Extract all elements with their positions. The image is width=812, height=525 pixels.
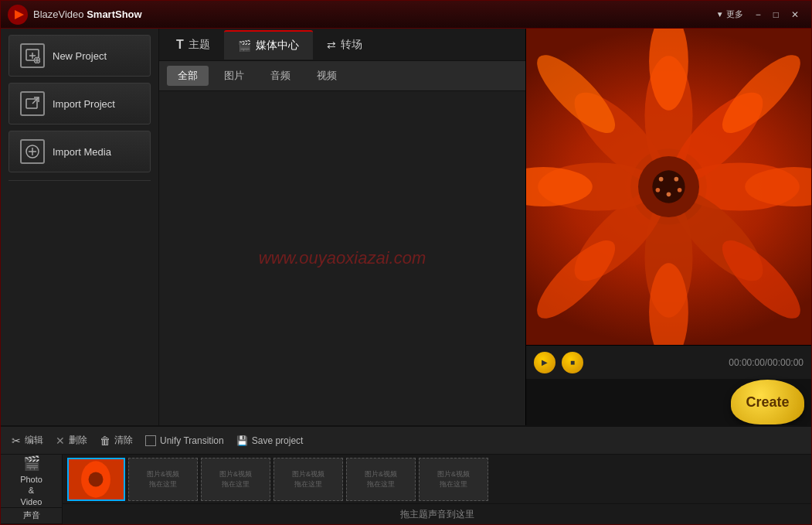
drop-zone-4-label: 图片&视频 拖在这里 — [365, 469, 397, 489]
tab-bar: T 主题 🎬 媒体中心 ⇄ 转场 — [159, 29, 525, 61]
clear-label: 清除 — [114, 434, 133, 447]
drop-zone-3[interactable]: 图片&视频 拖在这里 — [273, 458, 343, 501]
tab-transition[interactable]: ⇄ 转场 — [313, 30, 376, 60]
play-button[interactable]: ▶ — [534, 352, 555, 373]
subtab-video[interactable]: 视频 — [306, 66, 348, 86]
scissors-icon: ✂ — [12, 435, 21, 447]
preview-controls: ▶ ■ 00:00:00/00:00:00 — [526, 345, 811, 379]
create-button-area: Create — [526, 379, 811, 425]
more-label: 更多 — [726, 9, 743, 20]
audio-label: 声音 — [23, 510, 40, 521]
media-tab-icon: 🎬 — [238, 39, 251, 52]
maximize-button[interactable]: □ — [767, 8, 785, 22]
import-project-button[interactable]: Import Project — [8, 83, 151, 124]
drop-zone-1-label: 图片&视频 拖在这里 — [147, 469, 179, 489]
timeline-clip-filled[interactable] — [67, 458, 125, 501]
subtab-audio[interactable]: 音频 — [260, 66, 301, 86]
media-tab-label: 媒体中心 — [256, 39, 299, 53]
audio-drop-label: 拖主题声音到这里 — [400, 508, 474, 521]
film-icon: 🎬 — [23, 455, 40, 472]
flower-svg — [526, 29, 811, 345]
svg-point-38 — [678, 188, 682, 193]
import-project-icon — [20, 91, 45, 116]
new-project-button[interactable]: New Project — [8, 35, 151, 77]
drop-zone-1[interactable]: 图片&视频 拖在这里 — [128, 458, 198, 501]
import-project-label: Import Project — [53, 98, 115, 110]
track-content: 图片&视频 拖在这里 图片&视频 拖在这里 图片&视频 拖在这里 图片&视频 拖… — [63, 455, 811, 524]
import-media-button[interactable]: Import Media — [8, 131, 151, 172]
drop-zone-5[interactable]: 图片&视频 拖在这里 — [419, 458, 488, 501]
delete-icon: ✕ — [56, 435, 65, 447]
svg-point-36 — [667, 193, 671, 197]
media-area: www.ouyaoxiazai.com — [159, 91, 525, 425]
title-bar: BlazeVideo SmartShow ▼ 更多 − □ ✕ — [1, 1, 811, 29]
center-content: T 主题 🎬 媒体中心 ⇄ 转场 全部 图片 音频 — [159, 29, 525, 425]
import-media-label: Import Media — [53, 146, 111, 158]
close-button[interactable]: ✕ — [785, 8, 805, 22]
content-row: New Project Import Project — [1, 29, 811, 425]
save-label: Save project — [252, 435, 304, 446]
video-track-label: 🎬 Photo&Video — [1, 455, 62, 508]
edit-label: 编辑 — [25, 434, 43, 447]
sub-tab-bar: 全部 图片 音频 视频 — [159, 61, 525, 91]
watermark: www.ouyaoxiazai.com — [259, 248, 426, 268]
import-media-icon — [20, 139, 45, 164]
app-logo — [7, 4, 29, 26]
audio-track[interactable]: 拖主题声音到这里 — [63, 504, 811, 524]
drop-zone-4[interactable]: 图片&视频 拖在这里 — [346, 458, 416, 501]
preview-image — [526, 29, 811, 345]
svg-line-9 — [32, 97, 39, 104]
time-display: 00:00:00/00:00:00 — [729, 357, 804, 368]
svg-point-41 — [89, 472, 104, 486]
tab-media[interactable]: 🎬 媒体中心 — [224, 30, 313, 60]
edit-button[interactable]: ✂ 编辑 — [12, 434, 43, 447]
app-window: BlazeVideo SmartShow ▼ 更多 − □ ✕ — [0, 0, 812, 525]
preview-panel: ▶ ■ 00:00:00/00:00:00 Create — [525, 29, 811, 425]
subtab-photo[interactable]: 图片 — [213, 66, 255, 86]
stop-button[interactable]: ■ — [562, 352, 583, 373]
track-labels: 🎬 Photo&Video 声音 — [1, 455, 63, 524]
new-project-icon — [20, 43, 45, 68]
more-menu-button[interactable]: ▼ 更多 — [710, 7, 749, 22]
sidebar: New Project Import Project — [1, 29, 159, 425]
video-track: 图片&视频 拖在这里 图片&视频 拖在这里 图片&视频 拖在这里 图片&视频 拖… — [63, 455, 811, 504]
create-button[interactable]: Create — [731, 380, 804, 424]
timeline-toolbar: ✂ 编辑 ✕ 删除 🗑 清除 Unify Transition 💾 Save p… — [1, 427, 811, 455]
subtab-all[interactable]: 全部 — [167, 66, 209, 86]
save-project-button[interactable]: 💾 Save project — [236, 435, 304, 446]
unify-label: Unify Transition — [160, 435, 224, 446]
bottom-section: ✂ 编辑 ✕ 删除 🗑 清除 Unify Transition 💾 Save p… — [1, 425, 811, 524]
theme-tab-label: 主题 — [189, 38, 210, 52]
drop-zone-3-label: 图片&视频 拖在这里 — [292, 469, 324, 489]
clear-button[interactable]: 🗑 清除 — [100, 434, 133, 447]
delete-label: 删除 — [69, 434, 87, 447]
clip-thumbnail — [69, 459, 124, 499]
delete-button[interactable]: ✕ 删除 — [56, 434, 87, 447]
center-preview-row: T 主题 🎬 媒体中心 ⇄ 转场 全部 图片 音频 — [159, 29, 811, 425]
app-title: BlazeVideo SmartShow — [33, 9, 142, 20]
audio-track-label: 声音 — [1, 508, 62, 524]
svg-point-35 — [674, 177, 679, 182]
svg-point-33 — [652, 170, 685, 203]
track-photo-video-label: Photo&Video — [20, 474, 42, 507]
svg-point-34 — [659, 177, 664, 182]
timeline: 🎬 Photo&Video 声音 — [1, 455, 811, 524]
minimize-button[interactable]: − — [749, 8, 767, 22]
unify-transition-toggle[interactable]: Unify Transition — [145, 435, 224, 446]
unify-checkbox[interactable] — [145, 435, 156, 446]
new-project-label: New Project — [53, 50, 107, 62]
save-icon: 💾 — [236, 435, 248, 446]
theme-tab-icon: T — [176, 38, 184, 52]
drop-zone-2[interactable]: 图片&视频 拖在这里 — [201, 458, 270, 501]
trash-icon: 🗑 — [100, 435, 110, 447]
drop-zone-2-label: 图片&视频 拖在这里 — [219, 469, 252, 489]
transition-tab-icon: ⇄ — [327, 39, 336, 51]
svg-point-37 — [656, 188, 661, 193]
drop-zone-5-label: 图片&视频 拖在这里 — [437, 469, 470, 489]
transition-tab-label: 转场 — [341, 38, 362, 52]
tab-theme[interactable]: T 主题 — [162, 30, 224, 60]
sidebar-separator — [8, 180, 151, 181]
